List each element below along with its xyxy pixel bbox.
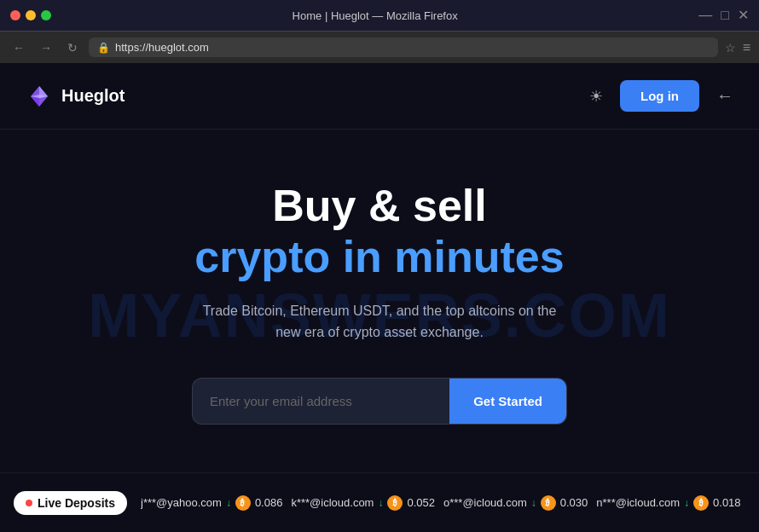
address-bar[interactable]: 🔒 https://hueglot.com (89, 38, 718, 57)
browser-window-controls (10, 10, 51, 20)
header-right: ☀ Log in ← (589, 80, 733, 112)
btc-icon: ₿ (541, 495, 556, 511)
deposit-arrow-icon: ↓ (531, 497, 536, 509)
email-input[interactable] (193, 379, 449, 424)
browser-chrome: Home | Hueglot — Mozilla Firefox — □ ✕ ←… (0, 0, 759, 63)
hero-content: Buy & sell crypto in minutes Trade Bitco… (17, 181, 742, 425)
reload-button[interactable]: ↻ (63, 39, 82, 56)
svg-marker-2 (31, 96, 39, 107)
btc-icon: ₿ (693, 495, 709, 511)
live-deposits-badge: Live Deposits (14, 491, 127, 515)
hero-section: MYANSWERS.COM Buy & sell crypto in minut… (0, 130, 759, 501)
deposit-email: o***@icloud.com (443, 496, 527, 509)
login-button[interactable]: Log in (620, 80, 699, 112)
back-button[interactable]: ← (9, 39, 29, 56)
deposit-amount: 0.052 (407, 496, 435, 509)
live-dot-icon (26, 500, 32, 506)
logo: Hueglot (26, 83, 125, 110)
os-window-controls: — □ ✕ (698, 9, 749, 22)
list-item: k***@icloud.com ↓ ₿ 0.052 (291, 495, 435, 511)
theme-toggle-button[interactable]: ☀ (589, 87, 603, 106)
deposit-arrow-icon: ↓ (378, 497, 383, 509)
browser-minimize-button[interactable] (26, 10, 36, 20)
ethereum-logo-icon (26, 83, 53, 110)
bookmark-button[interactable]: ☆ (725, 41, 736, 55)
get-started-button[interactable]: Get Started (449, 379, 566, 424)
hero-title-line2: crypto in minutes (194, 232, 564, 281)
url-text: https://hueglot.com (115, 41, 710, 54)
os-minimize-button[interactable]: — (698, 9, 712, 22)
deposit-arrow-icon: ↓ (684, 497, 689, 509)
list-item: j***@yahoo.com ↓ ₿ 0.086 (141, 495, 282, 511)
lock-icon: 🔒 (97, 42, 110, 54)
logo-text: Hueglot (61, 86, 125, 106)
hero-title-line1: Buy & sell (272, 181, 486, 230)
deposit-amount: 0.086 (255, 496, 283, 509)
deposit-amount: 0.018 (713, 496, 741, 509)
forward-button[interactable]: → (36, 39, 56, 56)
live-deposits-label: Live Deposits (38, 496, 115, 510)
browser-toolbar: ← → ↻ 🔒 https://hueglot.com ☆ ≡ (0, 31, 759, 63)
deposit-arrow-icon: ↓ (226, 497, 231, 509)
btc-icon: ₿ (387, 495, 403, 511)
live-deposits-bar: Live Deposits j***@yahoo.com ↓ ₿ 0.086 k… (0, 472, 759, 532)
browser-menu-button[interactable]: ≡ (743, 40, 750, 55)
browser-maximize-button[interactable] (41, 10, 51, 20)
deposit-email: k***@icloud.com (291, 496, 374, 509)
site-header: Hueglot ☀ Log in ← (0, 63, 759, 130)
browser-title-text: Home | Hueglot — Mozilla Firefox (293, 9, 458, 22)
deposit-email: n***@icloud.com (596, 496, 680, 509)
hero-title: Buy & sell crypto in minutes (17, 181, 742, 283)
list-item: o***@icloud.com ↓ ₿ 0.030 (443, 495, 588, 511)
list-item: n***@icloud.com ↓ ₿ 0.018 (596, 495, 740, 511)
os-close-button[interactable]: ✕ (738, 9, 749, 22)
signup-form: Get Started (192, 378, 567, 425)
back-nav-button[interactable]: ← (716, 86, 733, 106)
deposit-amount: 0.030 (560, 496, 588, 509)
browser-titlebar: Home | Hueglot — Mozilla Firefox — □ ✕ (0, 0, 759, 31)
site-content: Hueglot ☀ Log in ← MYANSWERS.COM Buy & s… (0, 63, 759, 532)
deposit-email: j***@yahoo.com (141, 496, 222, 509)
os-maximize-button[interactable]: □ (721, 9, 729, 22)
browser-title: Home | Hueglot — Mozilla Firefox (51, 9, 698, 22)
btc-icon: ₿ (235, 495, 251, 511)
deposits-scroll: j***@yahoo.com ↓ ₿ 0.086 k***@icloud.com… (141, 495, 745, 511)
hero-subtitle: Trade Bitcoin, Ethereum USDT, and the to… (200, 300, 559, 344)
browser-close-button[interactable] (10, 10, 20, 20)
